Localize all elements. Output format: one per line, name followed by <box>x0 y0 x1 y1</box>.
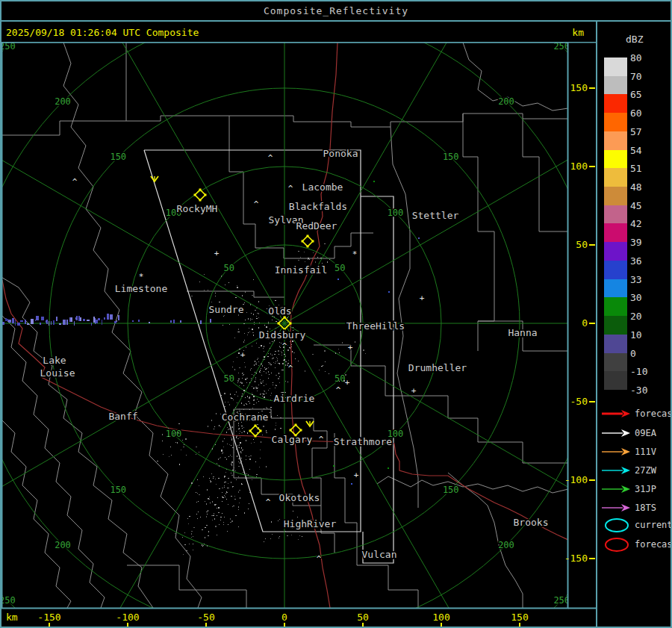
echo-pixel <box>239 428 240 429</box>
echo-pixel <box>238 509 239 510</box>
echo-pixel <box>238 526 239 527</box>
echo-pixel <box>279 538 279 538</box>
interference-pixel <box>132 320 134 322</box>
echo-pixel <box>220 395 222 396</box>
bottom-axis-tick <box>205 623 207 627</box>
interference-pixel <box>104 317 105 320</box>
interference-pixel <box>80 317 81 321</box>
interference-pixel <box>56 317 57 321</box>
legend-arrow-icon <box>600 428 632 438</box>
echo-pixel <box>223 316 224 317</box>
echo-pixel <box>261 345 262 346</box>
echo-pixel <box>231 473 231 473</box>
scale-swatch <box>604 261 627 279</box>
echo-pixel <box>231 461 233 463</box>
interference-pixel <box>116 320 117 322</box>
interference-pixel <box>96 320 98 323</box>
echo-pixel <box>268 362 270 363</box>
echo-pixel <box>270 407 272 408</box>
city-label: Stettler <box>412 210 459 221</box>
echo-pixel <box>221 450 223 451</box>
echo-pixel <box>266 430 267 432</box>
obstruction-marker: + <box>240 350 246 360</box>
interference-band <box>1 314 211 326</box>
echo-pixel <box>228 282 229 283</box>
echo-pixel <box>257 424 258 425</box>
echo-pixel <box>262 396 263 397</box>
county-line <box>0 418 71 608</box>
echo-pixel <box>250 318 251 319</box>
echo-pixel <box>287 317 287 318</box>
echo-pixel <box>249 328 249 329</box>
obstruction-markers: ^^^^+**++^++^^^+^^+ <box>72 153 425 564</box>
echo-pixel <box>279 363 280 364</box>
echo-pixel <box>186 455 187 456</box>
echo-pixel <box>189 544 190 544</box>
echo-pixel <box>238 352 240 354</box>
echo-pixel <box>266 368 267 369</box>
echo-pixel <box>230 522 231 523</box>
echo-pixel <box>264 391 265 392</box>
echo-pixel <box>234 499 236 500</box>
echo-pixel <box>187 518 188 519</box>
echo-pixel <box>229 376 230 376</box>
echo-pixel <box>322 263 323 264</box>
echo-pixel <box>184 544 186 545</box>
echo-pixel <box>305 370 305 372</box>
echo-pixel <box>275 388 276 388</box>
echo-pixel <box>247 432 248 434</box>
echo-pixel <box>264 359 265 360</box>
echo-pixel <box>255 388 255 389</box>
echo-pixel <box>213 478 214 479</box>
echo-pixel <box>249 469 250 470</box>
obstruction-marker: + <box>214 249 220 258</box>
echo-pixel <box>252 386 252 387</box>
echo-pixel <box>264 325 265 326</box>
ring-distance-label: 150 <box>443 485 459 495</box>
echo-pixel <box>313 252 314 253</box>
county-line <box>188 114 568 127</box>
echo-pixel <box>228 456 229 457</box>
echo-pixel <box>302 536 302 537</box>
echo-pixel <box>276 361 276 362</box>
county-line <box>126 116 188 121</box>
echo-pixel <box>252 329 253 330</box>
echo-pixel <box>248 509 249 509</box>
echo-pixel <box>258 365 259 366</box>
echo-pixel <box>207 514 208 514</box>
ring-distance-label: 50 <box>224 373 234 384</box>
echo-pixel <box>173 435 174 435</box>
echo-pixel <box>249 409 250 410</box>
echo-pixel <box>282 370 284 370</box>
echo-pixel <box>232 506 233 507</box>
echo-pixel <box>293 352 295 353</box>
echo-pixel <box>291 344 292 345</box>
echo-pixel <box>264 397 265 398</box>
scale-swatch <box>604 279 627 298</box>
map-layers: 5050505010010010010015015015015020020020… <box>0 0 672 628</box>
echo-pixel <box>222 453 223 454</box>
echo-pixel <box>266 373 267 373</box>
echo-pixel <box>237 396 238 397</box>
echo-pixel <box>168 428 169 429</box>
echo-pixel <box>263 359 264 360</box>
echo-pixel <box>278 363 279 364</box>
echo-pixel <box>225 402 225 402</box>
echo-pixel <box>237 382 238 383</box>
echo-pixel <box>258 313 259 314</box>
echo-pixel <box>271 416 272 417</box>
echo-pixel <box>162 434 163 435</box>
echo-pixel <box>257 313 258 314</box>
echo-pixel <box>323 365 323 366</box>
echo-pixel <box>196 492 196 493</box>
echo-pixel <box>266 466 267 467</box>
legend-arrow-icon <box>600 484 632 494</box>
ring-distance-label: 150 <box>110 152 126 162</box>
echo-pixel <box>228 488 229 488</box>
echo-pixel <box>265 538 266 539</box>
echo-pixel <box>262 435 263 435</box>
echo-pixel <box>320 258 322 258</box>
echo-pixel <box>198 512 199 512</box>
echo-pixel <box>242 378 243 379</box>
bottom-axis-tick <box>284 623 285 627</box>
